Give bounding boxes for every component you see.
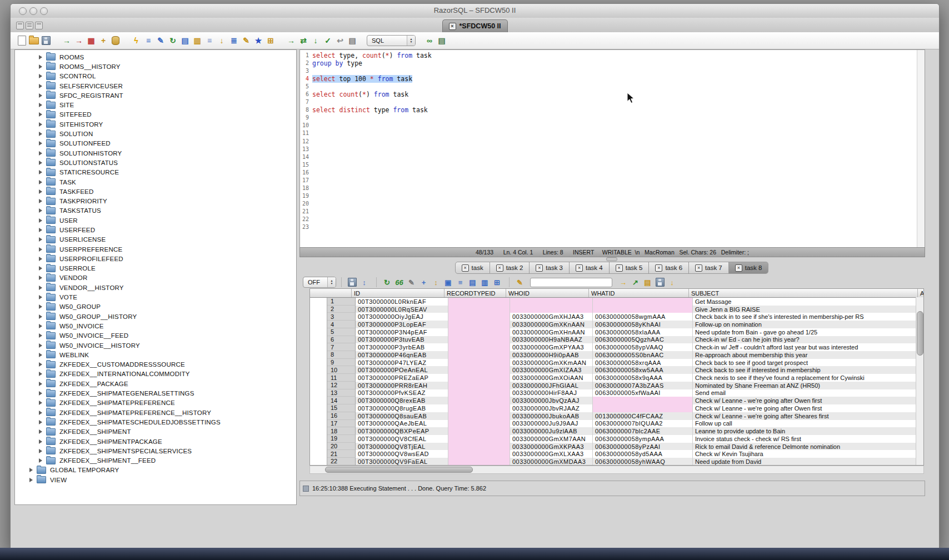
disclosure-triangle-icon[interactable] [39, 391, 42, 396]
export-table-icon[interactable]: ⊞ [265, 35, 276, 46]
document-tab[interactable]: × *SFDCW50 II [442, 19, 507, 32]
editor-line[interactable]: 22 [300, 216, 925, 223]
editor-line[interactable]: 5 [300, 83, 925, 91]
table-row[interactable]: 1300T3000000PfvKSEAZ0033000000HirF8AAJ00… [310, 389, 923, 397]
tree-item[interactable]: SOLUTIONFEED [15, 139, 296, 148]
tree-item[interactable]: ZKFEDEX__CUSTOMADDRESSSOURCE [15, 360, 296, 369]
table-row[interactable]: 2200T3000000QV9FaEAL0033000000GmXMDAA300… [310, 458, 923, 466]
tree-item[interactable]: ROOMS [15, 52, 296, 62]
editor-line[interactable]: 14 [300, 153, 925, 161]
table-row[interactable]: 1400T3000000Q8rexEAB0033000000JbvQzAAJCh… [310, 397, 923, 404]
tree-item[interactable]: ZKFEDEX__SHIPMATEPREFERENCE__HISTORY [15, 408, 296, 417]
tree-item[interactable]: ZKFEDEX__SHIPMATESCHEDULEDJOBSSETTINGS [15, 417, 296, 427]
insert-row-icon[interactable]: + [418, 277, 429, 288]
disclosure-triangle-icon[interactable] [39, 170, 42, 174]
new-object-icon[interactable]: + [98, 35, 109, 46]
editor-line[interactable]: 8select distinct type from task [300, 106, 925, 114]
tree-item[interactable]: VENDOR [15, 273, 296, 283]
editor-line[interactable]: 21 [300, 208, 925, 216]
save-results-icon[interactable] [347, 277, 357, 288]
tree-item[interactable]: VOTE [15, 292, 296, 302]
disclosure-triangle-icon[interactable] [39, 295, 42, 299]
disclosure-triangle-icon[interactable] [39, 228, 42, 232]
filter-edit-icon[interactable]: ✎ [241, 35, 252, 46]
column-header-ac[interactable]: AC [918, 289, 923, 297]
tree-item[interactable]: VIEW [15, 475, 296, 484]
form-view-icon[interactable]: ▤ [467, 277, 478, 288]
column-header-whoid[interactable]: WHOID [506, 289, 589, 297]
result-tab-close-icon[interactable]: × [536, 264, 543, 272]
row-limit-select[interactable]: OFF▲▼ [303, 277, 336, 288]
disclosure-triangle-icon[interactable] [39, 266, 42, 271]
result-tab[interactable]: ×task [455, 262, 490, 274]
disclosure-triangle-icon[interactable] [39, 420, 42, 424]
disclosure-triangle-icon[interactable] [39, 276, 42, 280]
disclosure-triangle-icon[interactable] [39, 353, 42, 357]
result-tab[interactable]: ×task 4 [570, 262, 610, 274]
disclosure-triangle-icon[interactable] [39, 189, 42, 194]
commit-check-icon[interactable]: ✓ [322, 35, 333, 46]
editor-line[interactable]: 17 [300, 177, 925, 184]
editor-line[interactable]: 10 [300, 122, 925, 129]
table-row[interactable]: 1800T3000000QBXPeEAP0033000000Ju9zlAAB00… [310, 427, 923, 435]
filter-sort-icon[interactable]: ↕ [359, 277, 369, 288]
disclosure-triangle-icon[interactable] [39, 218, 42, 223]
copy-results-icon[interactable]: ▥ [480, 277, 490, 288]
tree-item[interactable]: SOLUTIONHISTORY [15, 148, 296, 158]
tree-item[interactable]: USERROLE [15, 264, 296, 273]
tree-view-icon[interactable]: ≡ [455, 277, 466, 288]
result-tab-close-icon[interactable]: × [655, 264, 662, 272]
format-sql-icon[interactable]: ≣ [228, 35, 239, 46]
limit-stepper-icon[interactable]: ▲▼ [327, 277, 336, 287]
disclosure-triangle-icon[interactable] [39, 314, 42, 319]
table-row[interactable]: 300T3000000OiyJgEAJ0033000000GmXHJAA3006… [310, 313, 923, 321]
tree-item[interactable]: SITEHISTORY [15, 119, 296, 129]
editor-line[interactable]: 13 [300, 146, 925, 153]
disclosure-triangle-icon[interactable] [39, 411, 42, 415]
result-tab-close-icon[interactable]: × [695, 264, 702, 272]
tree-item[interactable]: TASKPRIORITY [15, 196, 296, 206]
connect-icon[interactable]: → [61, 35, 72, 46]
tree-item[interactable]: W50_GROUP [15, 302, 296, 312]
new-file-icon[interactable] [16, 35, 27, 46]
editor-line[interactable]: 9 [300, 114, 925, 122]
editor-line[interactable]: 16 [300, 169, 925, 177]
disclosure-triangle-icon[interactable] [39, 324, 42, 328]
table-row[interactable]: 1600T3000000Q8sauEAB0033000000JbukoAAB00… [310, 412, 923, 420]
refresh-icon[interactable]: ↻ [167, 35, 178, 46]
splitter-grip[interactable] [606, 257, 617, 261]
disclosure-triangle-icon[interactable] [39, 74, 42, 78]
table-row[interactable]: 2100T3000000QV8wsEAD0033000000GmXLXAA300… [310, 450, 923, 458]
notes-icon[interactable]: ▤ [642, 277, 653, 288]
tree-item[interactable]: SITEFEED [15, 110, 296, 119]
editor-line[interactable]: 19 [300, 192, 925, 200]
editor-line[interactable]: 2group by type [300, 59, 925, 67]
disclosure-triangle-icon[interactable] [39, 439, 42, 444]
table-row[interactable]: 1500T3000000Q8rugEAB0033000000JbvRJAAZCh… [310, 404, 923, 412]
disclosure-triangle-icon[interactable] [39, 429, 42, 434]
table-row[interactable]: 900T3000000P47LYEAZ0033000000GmXKmAAN006… [310, 359, 923, 367]
save-grid-icon[interactable] [655, 277, 665, 288]
disclosure-triangle-icon[interactable] [39, 458, 42, 463]
disclosure-triangle-icon[interactable] [39, 93, 42, 98]
tree-item[interactable]: USERFEED [15, 225, 296, 234]
tree-item[interactable]: W50_INVOICE__HISTORY [15, 341, 296, 350]
editor-line[interactable]: 4select top 100 * from task [300, 75, 925, 83]
disclosure-triangle-icon[interactable] [39, 382, 42, 386]
disclosure-triangle-icon[interactable] [39, 132, 42, 136]
tree-item[interactable]: USER [15, 216, 296, 225]
editor-line[interactable]: 6select count(*) from task [300, 91, 925, 98]
results-vscroll-thumb[interactable] [917, 311, 923, 356]
disclosure-triangle-icon[interactable] [39, 161, 42, 165]
tree-item[interactable]: SOLUTIONSTATUS [15, 158, 296, 167]
execute-sql-icon[interactable]: ϟ [131, 35, 142, 46]
disclosure-triangle-icon[interactable] [39, 141, 42, 146]
tree-item[interactable]: STATICRESOURCE [15, 168, 296, 177]
tree-item[interactable]: ZKFEDEX__SHIPMENTSPECIALSERVICES [15, 446, 296, 456]
table-row[interactable]: 600T3000000P3tuvEAB0033000000H9aNBAAZ006… [310, 336, 923, 344]
disclosure-triangle-icon[interactable] [39, 199, 42, 203]
disclosure-triangle-icon[interactable] [39, 237, 42, 242]
result-tab-close-icon[interactable]: × [462, 264, 469, 272]
disclosure-triangle-icon[interactable] [39, 449, 42, 453]
database-object-tree[interactable]: ROOMSROOMS__HISTORYSCONTROLSELFSERVICEUS… [14, 49, 297, 505]
